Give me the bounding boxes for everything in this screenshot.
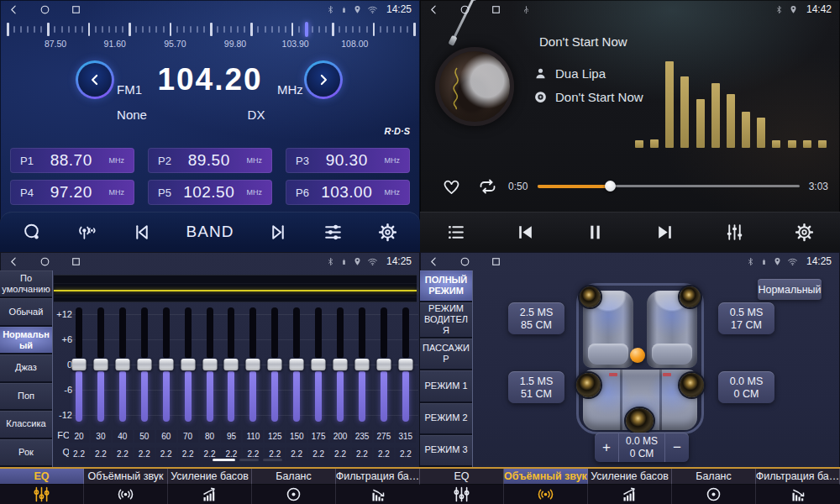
equalizer-sliders-icon[interactable] [323, 222, 344, 243]
nav-recents-icon[interactable] [491, 256, 501, 267]
q-value[interactable]: 2.2 [113, 448, 133, 460]
eq-band-slider[interactable] [243, 302, 263, 427]
fc-value[interactable]: 20 [69, 430, 89, 443]
next-track-icon[interactable] [654, 222, 675, 243]
surround-preset-button[interactable]: Нормальный [758, 279, 822, 300]
q-value[interactable]: 2.2 [156, 448, 176, 460]
balance-icon[interactable] [672, 485, 756, 504]
progress-thumb[interactable] [605, 181, 616, 192]
slider-thumb[interactable] [290, 359, 304, 370]
eq-band-slider[interactable] [286, 302, 307, 427]
delay-increase-button[interactable]: + [595, 433, 618, 462]
next-station-icon[interactable] [268, 222, 289, 243]
eq-preset-item[interactable]: Поп [0, 383, 52, 411]
band-scroll-indicator[interactable] [213, 459, 282, 461]
settings-gear-icon[interactable] [794, 222, 815, 243]
eq-band-slider[interactable] [91, 302, 111, 427]
listening-position-marker[interactable] [630, 348, 645, 363]
eq-band-slider[interactable] [178, 302, 198, 427]
fc-value[interactable]: 125 [265, 430, 285, 443]
radio-preset-button[interactable]: P188.70MHz [10, 148, 134, 173]
playlist-icon[interactable] [445, 222, 466, 243]
nav-recents-icon[interactable] [491, 4, 501, 15]
sound-tab-1[interactable]: Объёмный звук [84, 469, 168, 485]
seek-up-button[interactable] [304, 60, 343, 99]
nav-home-icon[interactable] [39, 256, 50, 267]
eq-preset-item[interactable]: Нормальный [0, 327, 52, 354]
q-value[interactable]: 2.2 [178, 448, 198, 460]
q-value[interactable]: 2.2 [374, 448, 394, 460]
radio-preset-button[interactable]: P390.30MHz [286, 148, 410, 173]
repeat-icon[interactable] [477, 176, 498, 197]
broadcast-icon[interactable] [76, 222, 97, 243]
eq-band-slider[interactable] [156, 302, 176, 427]
eq-band-slider[interactable] [308, 302, 328, 427]
fc-value[interactable]: 30 [91, 430, 111, 443]
tuning-scale[interactable]: 87.5091.6095.7099.80103.90108.00 [7, 23, 413, 53]
listening-mode-item[interactable]: РЕЖИМ 2 [420, 403, 472, 435]
listening-mode-item[interactable]: ПОЛНЫЙ РЕЖИМ [420, 270, 472, 302]
sound-tab-0[interactable]: EQ [0, 469, 84, 485]
front-left-delay-button[interactable]: 2.5 MS 85 CM [508, 302, 564, 334]
eq-preset-item[interactable]: Классика [0, 411, 52, 438]
eq-preset-item[interactable]: По умолчанию [0, 270, 52, 298]
slider-thumb[interactable] [224, 359, 239, 370]
eq-preset-item[interactable]: Обычай [0, 298, 52, 326]
eq-band-slider[interactable] [352, 302, 372, 427]
eq-band-slider[interactable] [330, 302, 350, 427]
radio-preset-button[interactable]: P289.50MHz [148, 148, 272, 173]
nav-home-icon[interactable] [459, 256, 470, 267]
fc-value[interactable]: 275 [374, 430, 394, 443]
listening-mode-item[interactable]: РЕЖИМ 1 [420, 370, 472, 402]
fc-value[interactable]: 110 [243, 430, 263, 443]
eq-band-slider[interactable] [265, 302, 285, 427]
sound-tab-4[interactable]: Фильтрация ба… [756, 469, 840, 485]
eq-band-slider[interactable] [396, 302, 416, 427]
slider-thumb[interactable] [333, 359, 348, 370]
sound-tab-3[interactable]: Баланс [252, 469, 336, 485]
nav-back-icon[interactable] [8, 256, 19, 267]
slider-thumb[interactable] [93, 359, 108, 370]
fc-value[interactable]: 95 [221, 430, 241, 443]
radio-preset-button[interactable]: P5102.50MHz [148, 180, 272, 205]
eq-preset-item[interactable]: Рок [0, 439, 52, 467]
q-value[interactable]: 2.2 [308, 448, 328, 460]
eq-preset-item[interactable]: Джаз [0, 354, 52, 382]
sound-tab-2[interactable]: Усиление басов [588, 469, 672, 485]
rear-left-delay-button[interactable]: 1.5 MS 51 CM [508, 371, 564, 403]
previous-station-icon[interactable] [131, 222, 152, 243]
eq-band-slider[interactable] [134, 302, 155, 427]
slider-thumb[interactable] [312, 359, 326, 370]
slider-thumb[interactable] [115, 359, 129, 370]
eq-band-slider[interactable] [113, 302, 133, 427]
sound-tab-0[interactable]: EQ [420, 469, 504, 485]
eq-sliders-icon[interactable] [420, 485, 504, 504]
nav-back-icon[interactable] [428, 4, 439, 15]
surround-icon[interactable] [84, 485, 168, 504]
q-value[interactable]: 2.2 [352, 448, 372, 460]
fc-value[interactable]: 175 [308, 430, 328, 443]
band-filter-icon[interactable] [756, 485, 840, 504]
eq-band-slider[interactable] [221, 302, 241, 427]
favorite-heart-icon[interactable] [442, 176, 461, 196]
slider-thumb[interactable] [181, 359, 195, 370]
sound-tab-2[interactable]: Усиление басов [168, 469, 252, 485]
eq-band-slider[interactable] [69, 302, 89, 427]
slider-thumb[interactable] [159, 359, 173, 370]
fc-value[interactable]: 235 [352, 430, 372, 443]
rear-right-delay-button[interactable]: 0.0 MS 0 CM [718, 371, 774, 403]
eq-band-slider[interactable] [200, 302, 220, 427]
slider-thumb[interactable] [202, 359, 217, 370]
slider-thumb[interactable] [376, 359, 391, 370]
q-value[interactable]: 2.2 [286, 448, 307, 460]
nav-recents-icon[interactable] [71, 4, 81, 15]
sound-tab-4[interactable]: Фильтрация ба… [336, 469, 420, 485]
pause-icon[interactable] [585, 222, 606, 243]
fc-value[interactable]: 200 [330, 430, 350, 443]
listening-mode-item[interactable]: ПАССАЖИР [420, 339, 472, 370]
slider-thumb[interactable] [398, 359, 412, 370]
band-button[interactable]: BAND [186, 223, 234, 241]
radio-preset-button[interactable]: P497.20MHz [10, 180, 134, 205]
sound-tab-3[interactable]: Баланс [672, 469, 756, 485]
scan-icon[interactable] [22, 222, 43, 243]
